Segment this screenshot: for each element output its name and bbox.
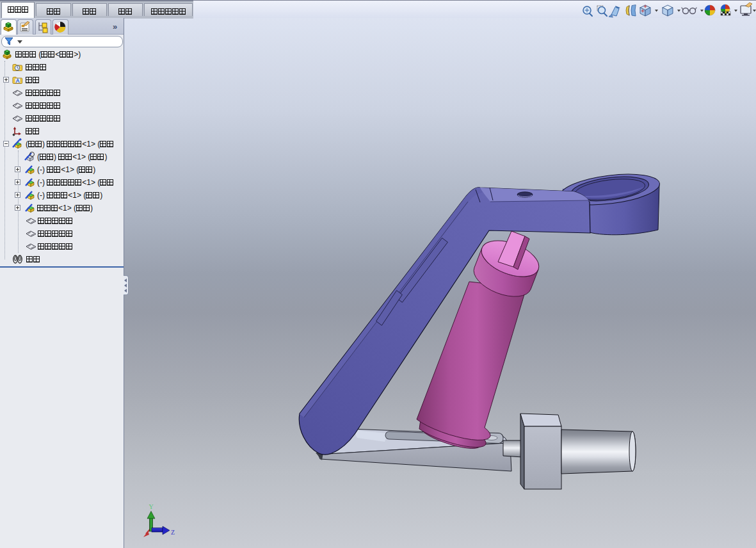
svg-text:A: A [15,77,19,84]
svg-text:Z: Z [171,529,175,536]
svg-text:Y: Y [149,503,153,510]
